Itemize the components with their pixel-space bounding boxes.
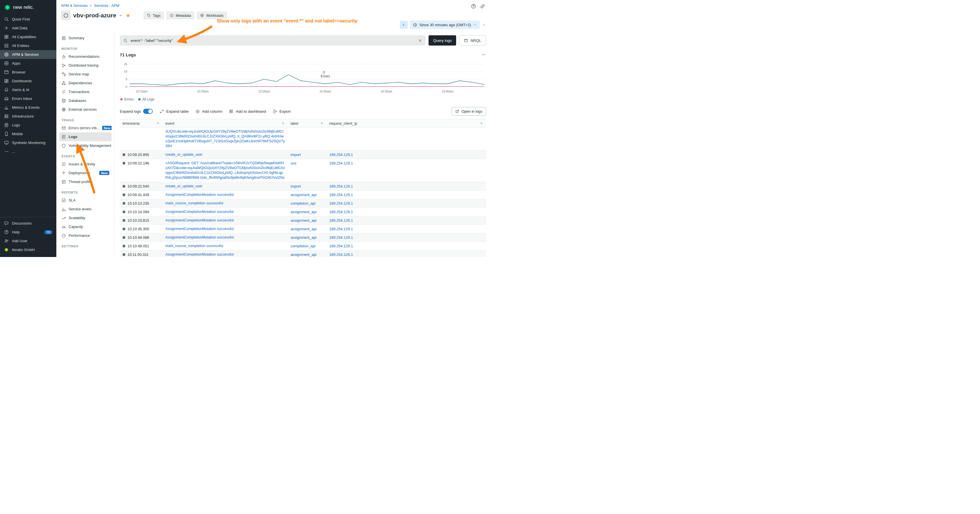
entity-nav-item-errors-errors-inb[interactable]: Errors (errors inb...New [59,124,111,132]
metadata-button[interactable]: Metadata [166,11,194,19]
log-ip-link[interactable]: 169.254.129.1 [326,182,486,190]
log-event-link[interactable]: AssignmentCompletionMutation successful [162,250,288,257]
entity-nav-item-service-levels[interactable]: Service levels [59,205,111,213]
log-event-link[interactable]: JUQVU&code=eyJraWQiOiJjcGItY29yZV8wOTl1M… [162,127,288,150]
log-label-link[interactable]: assignment_api [288,233,326,242]
expand-logs-toggle[interactable] [143,109,153,114]
entity-nav-item-service-map[interactable]: Service map [59,70,111,78]
entity-nav-item-thread-profiler[interactable]: Thread profiler [59,177,111,186]
entity-nav-item-recommendations[interactable]: Recommendations [59,52,111,61]
log-label-link[interactable]: assignment_api [288,191,326,199]
chart-options-icon[interactable] [481,53,486,57]
sidebar-item-discussions[interactable]: Discussions [0,219,56,228]
log-label-link[interactable]: assignment_api [288,216,326,224]
export-button[interactable]: Export [273,109,291,113]
sidebar-item-dashboards[interactable]: Dashboards [0,76,56,85]
log-row[interactable]: 10:09:20.895create_or_update_userimport1… [120,151,486,159]
log-row[interactable]: 10:10:13.235mark_course_completion succe… [120,199,486,208]
remove-column-icon[interactable] [282,121,285,125]
log-event-link[interactable]: <ASGIRequest: GET '/sso/callback/?state=… [162,159,288,182]
log-ip-link[interactable]: 169.254.129.1 [326,159,486,167]
sidebar-item-add-data[interactable]: Add Data [0,24,56,32]
log-ip-link[interactable]: 169.254.129.1 [326,216,486,224]
log-event-link[interactable]: AssignmentCompletionMutation successful [162,233,288,242]
log-row[interactable]: 10:09:22.196<ASGIRequest: GET '/sso/call… [120,159,486,182]
sidebar-item-help[interactable]: Help70 [0,228,56,237]
log-event-link[interactable]: create_or_update_user [162,182,288,190]
log-event-link[interactable]: AssignmentCompletionMutation successful [162,208,288,216]
log-ip-link[interactable]: 169.254.129.1 [326,233,486,242]
log-row[interactable]: JUQVU&code=eyJraWQiOiJjcGItY29yZV8wOTl1M… [120,127,486,151]
log-row-handle-icon[interactable] [123,253,125,256]
log-label-link[interactable]: completion_api [288,242,326,250]
log-row[interactable]: 10:11:00.311AssignmentCompletionMutation… [120,250,486,257]
entity-nav-item-distributed-tracing[interactable]: Distributed tracing [59,61,111,70]
log-row[interactable]: 10:10:14.094AssignmentCompletionMutation… [120,208,486,216]
time-back-button[interactable] [400,21,408,29]
log-row-handle-icon[interactable] [123,219,125,222]
entity-nav-item-transactions[interactable]: Transactions [59,88,111,96]
log-row[interactable]: 10:09:31.439AssignmentCompletionMutation… [120,191,486,199]
log-ip-link[interactable]: 169.254.129.1 [326,208,486,216]
sidebar-item-apps[interactable]: Apps [0,59,56,68]
entity-nav-item-summary[interactable]: Summary [59,33,111,42]
entity-nav-item-capacity[interactable]: Capacity [59,222,111,231]
entity-nav-item-scalability[interactable]: Scalability [59,213,111,222]
logs-search-input[interactable] [130,38,415,43]
remove-column-icon[interactable] [480,121,483,125]
query-logs-button[interactable]: Query logs [428,35,456,46]
log-row-handle-icon[interactable] [123,228,125,230]
sidebar-item-add-user[interactable]: Add User [0,237,56,245]
sidebar-item-alerts-ai[interactable]: Alerts & AI [0,85,56,94]
sidebar-item-logs[interactable]: Logs [0,121,56,129]
log-event-link[interactable]: AssignmentCompletionMutation successful [162,225,288,233]
log-ip-link[interactable] [326,127,486,131]
sidebar-item-apm-services[interactable]: APM & Services [0,50,56,59]
log-row-handle-icon[interactable] [123,194,125,196]
log-ip-link[interactable]: 169.254.129.1 [326,191,486,199]
log-label-link[interactable]: sso [288,159,326,167]
sidebar-item-all-capabilities[interactable]: All Capabilities [0,32,56,41]
entity-nav-item-deployments[interactable]: DeploymentsNew [59,169,111,177]
sidebar-item-synthetic-monitoring[interactable]: Synthetic Monitoring [0,138,56,147]
log-event-link[interactable]: AssignmentCompletionMutation successful [162,191,288,199]
log-label-link[interactable]: import [288,182,326,190]
log-row[interactable]: 10:10:35.305AssignmentCompletionMutation… [120,225,486,233]
logs-search-box[interactable] [120,35,426,46]
log-label-link[interactable]: assignment_api [288,225,326,233]
tags-button[interactable]: Tags [143,11,164,19]
entity-nav-item-issues-activity[interactable]: Issues & activity [59,160,111,169]
entity-nav-item-dependencies[interactable]: Dependencies [59,78,111,88]
sidebar-item-infrastructure[interactable]: Infrastructure [0,112,56,121]
clear-search-icon[interactable] [418,38,422,43]
add-column-button[interactable]: Add column [196,109,222,113]
log-ip-link[interactable]: 169.254.129.1 [326,250,486,257]
brand[interactable]: new relic. [0,0,56,15]
log-label-link[interactable]: assignment_api [288,208,326,216]
open-in-logs-button[interactable]: Open in logs [452,107,486,116]
log-ip-link[interactable]: 169.254.129.1 [326,199,486,207]
favorite-star-icon[interactable]: ★ [126,13,130,18]
help-circle-icon[interactable] [471,3,476,9]
log-row[interactable]: 10:09:22.540create_or_update_userimport1… [120,182,486,191]
entity-switcher-chevron-icon[interactable] [119,14,123,18]
log-label-link[interactable] [288,127,326,131]
log-row-handle-icon[interactable] [123,202,125,205]
log-label-link[interactable]: import [288,151,326,159]
entity-nav-item-performance[interactable]: Performance [59,231,111,240]
log-event-link[interactable]: AssignmentCompletionMutation successful [162,216,288,224]
add-to-dashboard-button[interactable]: Add to dashboard [229,109,266,113]
log-event-link[interactable]: create_or_update_user [162,151,288,159]
breadcrumb-services-apm[interactable]: Services - APM [94,3,119,8]
log-row[interactable]: 10:10:49.051mark_course_completion succe… [120,242,486,250]
entity-nav-item-vulnerability-management[interactable]: Vulnerability Management [59,141,111,150]
log-event-link[interactable]: mark_course_completion successful [162,199,288,207]
entity-nav-item-external-services[interactable]: External services [59,105,111,114]
log-ip-link[interactable]: 169.254.129.1 [326,151,486,159]
log-ip-link[interactable]: 169.254.129.1 [326,242,486,250]
sidebar-item-more[interactable]: ... [0,147,56,156]
time-forward-icon[interactable] [482,23,486,27]
log-row-handle-icon[interactable] [123,153,125,156]
sidebar-item-errors-inbox[interactable]: Errors Inbox [0,94,56,103]
legend-item-all-logs[interactable]: All Logs [138,97,154,101]
